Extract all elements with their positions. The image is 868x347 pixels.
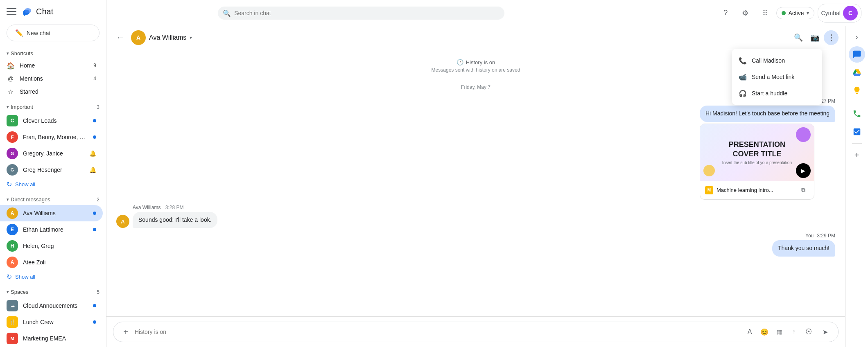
video-call-button[interactable]: 📷 [807, 30, 822, 45]
important-show-all[interactable]: ↻ Show all [0, 178, 106, 191]
sender-you-3-label: You [805, 233, 814, 239]
sidebar-item-greg-hesenger[interactable]: G Greg Hesenger 🔔 [0, 162, 103, 178]
sidebar-item-ethan-lattimore[interactable]: E Ethan Lattimore [0, 221, 103, 238]
star-icon: ☆ [7, 88, 15, 96]
search-icon: 🔍 [223, 9, 231, 17]
sidebar-item-fran-group[interactable]: F Fran, Benny, Monroe, Vin... [0, 129, 103, 145]
greg-hesenger-avatar: G [7, 164, 18, 176]
gregory-janice-avatar: G [7, 148, 18, 159]
settings-button[interactable]: ⚙ [737, 5, 753, 21]
emoji-button[interactable]: 😊 [758, 325, 771, 338]
main-content: 🔍 ? ⚙ ⠿ Active ▾ Cymbal C [106, 0, 868, 347]
sidebar-item-gregory-janice[interactable]: G Gregory, Janice 🔔 [0, 145, 103, 162]
more-actions-button[interactable]: ⋮ [824, 30, 839, 45]
file-attachment[interactable]: PRESENTATION COVER TITLE Insert the sub … [700, 124, 814, 200]
user-profile-button[interactable]: Cymbal C [818, 4, 861, 23]
hamburger-icon[interactable] [7, 7, 16, 16]
strip-keep-button[interactable] [849, 82, 865, 99]
history-banner: 🕐 History is on Messages sent with histo… [116, 59, 835, 73]
help-button[interactable]: ? [717, 5, 734, 21]
add-meeting-button[interactable]: ▦ [773, 325, 786, 338]
send-meet-link-item[interactable]: 📹 Send a Meet link [732, 69, 822, 85]
marketing-emea-icon: M [7, 333, 18, 344]
fran-group-label: Fran, Benny, Monroe, Vin... [23, 134, 88, 140]
sidebar-item-lunch-crew[interactable]: 🍴 Lunch Crew [0, 314, 103, 330]
chat-user-info[interactable]: A Ava Williams ▾ [131, 30, 788, 45]
search-input[interactable] [218, 7, 504, 20]
preview-title2: COVER TITLE [722, 149, 792, 159]
msg3-bubble: Thank you so much! [772, 240, 835, 257]
strip-phone-button[interactable] [849, 106, 865, 122]
clover-leads-avatar: C [7, 115, 18, 126]
spaces-header[interactable]: ▾ Spaces 5 [0, 286, 106, 297]
important-header[interactable]: ▾ Important 3 [0, 101, 106, 113]
fran-group-dot [93, 135, 96, 139]
history-label: History is on [466, 59, 495, 65]
cymbal-label: Cymbal [821, 10, 841, 16]
history-icon: 🕐 [457, 59, 463, 65]
chat-panel: ← A Ava Williams ▾ 🔍 📷 ⋮ [106, 26, 845, 347]
apps-button[interactable]: ⠿ [757, 5, 773, 21]
strip-divider-2 [852, 143, 862, 144]
spaces-arrow-icon: ▾ [7, 289, 9, 295]
sidebar-item-marketing-emea[interactable]: M Marketing EMEA [0, 330, 103, 347]
file-name-label: Machine learning intro... [717, 187, 794, 193]
dm-badge: 2 [97, 197, 99, 203]
tasks-strip-icon [852, 127, 861, 136]
expand-panel-button[interactable]: › [852, 29, 861, 45]
ava-williams-dot [93, 212, 96, 215]
input-actions: A 😊 ▦ ↑ ⦿ [743, 325, 815, 338]
dm-show-all-label: Show all [15, 274, 35, 280]
chat-header-actions: 🔍 📷 ⋮ [791, 30, 839, 45]
sidebar-item-atee-zoli[interactable]: A Atee Zoli [0, 254, 103, 270]
sidebar-item-helen-greg[interactable]: H Helen, Greg [0, 238, 103, 254]
file-play-button[interactable]: ▶ [796, 163, 811, 178]
fran-group-avatar: F [7, 131, 18, 143]
sidebar-item-ava-williams[interactable]: A Ava Williams [0, 205, 103, 221]
sidebar-item-mentions[interactable]: @ Mentions 4 [0, 72, 103, 85]
sidebar-item-cloud-announcements[interactable]: ☁ Cloud Annoucements [0, 297, 103, 314]
message-input[interactable] [135, 329, 740, 335]
sidebar-item-home[interactable]: 🏠 Home 9 [0, 59, 103, 72]
sidebar-item-clover-leads[interactable]: C Clover Leads [0, 113, 103, 129]
spaces-label: Spaces [11, 289, 28, 295]
helen-greg-label: Helen, Greg [23, 243, 96, 249]
important-show-all-label: Show all [15, 181, 35, 187]
format-text-button[interactable]: A [743, 325, 756, 338]
direct-messages-header[interactable]: ▾ Direct messages 2 [0, 194, 106, 205]
back-button[interactable]: ← [113, 30, 128, 45]
new-chat-button[interactable]: ✏️ New chat [7, 25, 99, 41]
right-strip: › [845, 26, 868, 347]
record-button[interactable]: ⦿ [802, 325, 815, 338]
send-button[interactable]: ➤ [818, 325, 832, 338]
upload-button[interactable]: ↑ [787, 325, 800, 338]
sidebar-item-starred[interactable]: ☆ Starred [0, 85, 103, 98]
add-attachment-button[interactable]: + [120, 326, 131, 338]
chat-user-name: Ava Williams [149, 34, 186, 41]
active-chevron-icon: ▾ [807, 10, 809, 16]
history-on-text: 🕐 History is on [457, 59, 495, 65]
strip-tasks-button[interactable] [849, 124, 865, 140]
shortcuts-header[interactable]: ▾ Shortcuts [0, 48, 106, 59]
call-madison-item[interactable]: 📞 Call Madison [732, 52, 822, 69]
ava-williams-label: Ava Williams [23, 210, 88, 216]
decoration-circle-2 [703, 165, 715, 176]
gregory-bell-icon: 🔔 [89, 150, 96, 157]
copy-button[interactable]: ⧉ [798, 185, 809, 196]
clover-leads-dot [93, 119, 96, 122]
shortcuts-section: ▾ Shortcuts 🏠 Home 9 @ Mentions 4 ☆ Star… [0, 46, 106, 100]
strip-drive-button[interactable] [849, 64, 865, 81]
spaces-section: ▾ Spaces 5 ☁ Cloud Annoucements 🍴 Lunch … [0, 285, 106, 347]
file-footer: M Machine learning intro... ⧉ [700, 181, 814, 199]
chat-input-area: + A 😊 ▦ ↑ ⦿ ➤ [106, 316, 845, 347]
call-madison-label: Call Madison [752, 57, 785, 64]
search-chat-button[interactable]: 🔍 [791, 30, 806, 45]
dm-show-all[interactable]: ↻ Show all [0, 270, 106, 283]
strip-add-button[interactable]: + [849, 147, 865, 163]
active-status-button[interactable]: Active ▾ [776, 7, 814, 19]
drive-strip-icon [852, 68, 861, 77]
dm-show-all-icon: ↻ [7, 273, 12, 281]
clover-leads-label: Clover Leads [23, 117, 88, 124]
strip-chat-button[interactable] [849, 46, 865, 63]
start-huddle-item[interactable]: 🎧 Start a huddle [732, 85, 822, 101]
